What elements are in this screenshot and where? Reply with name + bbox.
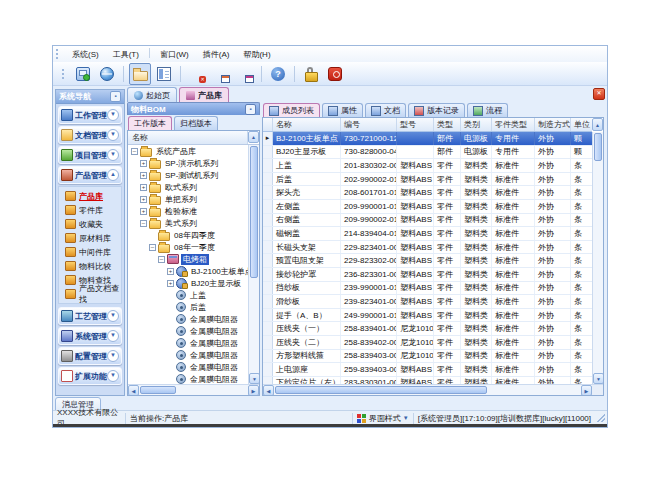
sidebar-item-1[interactable]: 产品库 <box>59 189 121 203</box>
scroll-left-icon[interactable]: ◀ <box>128 385 139 396</box>
expand-icon[interactable]: + <box>140 184 147 191</box>
table-row[interactable]: 后盖202-990002-01E塑料ABS零件塑料类标准件外协条 <box>263 173 592 187</box>
table-row[interactable]: ▸BJ-2100主板单点730-721000-12E部件电源板专用件外协颗 <box>263 132 592 146</box>
scrollbar-thumb[interactable] <box>140 386 176 394</box>
resize-grip[interactable] <box>597 414 605 422</box>
detail-tab-4[interactable]: 版本记录 <box>408 103 465 117</box>
menu-item-3[interactable]: 窗口(W) <box>153 48 196 61</box>
sidebar-section-2[interactable]: 文档管理▼ <box>58 126 122 144</box>
sidebar-section-7[interactable]: 配置管理▼ <box>58 347 122 365</box>
expand-icon[interactable]: + <box>140 172 147 179</box>
sidebar-item-6[interactable]: 物料比较 <box>59 259 121 273</box>
table-row[interactable]: 挡纱板239-990001-01E塑料ABS零件塑料类标准件外协条 <box>263 282 592 296</box>
column-header-unit[interactable]: 单位 <box>571 118 592 131</box>
table-row[interactable]: 压线夹（二）258-839402-00E尼龙1010零件塑料类标准件外协条 <box>263 336 592 350</box>
tree-node-9[interactable]: –08年一季度 <box>128 241 248 253</box>
table-row[interactable]: 上电源座259-839403-00E塑料ABS零件塑料类标准件外协条 <box>263 363 592 377</box>
table-vertical-scrollbar[interactable]: ▼ <box>592 132 603 384</box>
table-row[interactable]: 磁钢盖214-839404-01E塑料ABS零件塑料类标准件外协条 <box>263 227 592 241</box>
chevron-down-icon[interactable]: ▼ <box>107 129 119 141</box>
scroll-up-icon[interactable]: ▲ <box>592 118 603 131</box>
tree-node-18[interactable]: 金属膜电阻器 <box>128 349 248 361</box>
tree-node-11[interactable]: +BJ-2100主板单点 <box>128 265 248 277</box>
bom-tab-1[interactable]: 工作版本 <box>128 116 172 130</box>
scroll-left-icon[interactable]: ◀ <box>263 385 274 396</box>
tree-node-10[interactable]: –电烤箱 <box>128 253 248 265</box>
lock-button[interactable] <box>300 63 322 85</box>
scroll-down-icon[interactable]: ▼ <box>593 373 603 384</box>
sidebar-section-6[interactable]: 系统管理▼ <box>58 327 122 345</box>
collapse-icon[interactable]: – <box>149 244 156 251</box>
bom-vertical-scrollbar[interactable]: ▼ <box>248 145 259 384</box>
toolbar-grip[interactable] <box>62 69 67 79</box>
table-row[interactable]: 上盖201-830302-00E塑料ABS零件塑料类标准件外协条 <box>263 159 592 173</box>
sidebar-collapse-button[interactable]: ▪ <box>110 91 121 102</box>
table-row[interactable]: 方形塑料线箍258-839403-00E尼龙1010零件塑料类标准件外协条 <box>263 350 592 364</box>
expand-icon[interactable]: + <box>140 196 147 203</box>
table-row[interactable]: BJ20主显示板730-828000-04E部件电源板专用件外协颗 <box>263 146 592 160</box>
tree-node-20[interactable]: 金属膜电阻器 <box>128 373 248 384</box>
tree-node-13[interactable]: 上盖 <box>128 289 248 301</box>
chevron-down-icon[interactable]: ▼ <box>107 109 119 121</box>
bom-name-column-header[interactable]: 名称 <box>128 131 248 144</box>
window-close-button[interactable] <box>186 63 208 85</box>
tree-node-17[interactable]: 金属膜电阻器 <box>128 337 248 349</box>
scrollbar-thumb[interactable] <box>250 146 258 278</box>
table-row[interactable]: 下纱定位片（左）283-830301-00E塑料ABS零件塑料类标准件外协条 <box>263 377 592 384</box>
column-header-code[interactable]: 编号 <box>341 118 397 131</box>
bom-collapse-button[interactable]: ▪ <box>245 104 256 115</box>
expand-icon[interactable]: + <box>140 160 147 167</box>
menu-item-1[interactable]: 系统(S) <box>65 48 106 61</box>
detail-tab-5[interactable]: 流程 <box>467 103 508 117</box>
tree-node-3[interactable]: +SP-测试机系列 <box>128 169 248 181</box>
detail-tab-2[interactable]: 属性 <box>322 103 363 117</box>
table-horizontal-scrollbar[interactable]: ◀ ▶ <box>263 384 603 395</box>
collapse-icon[interactable]: – <box>140 220 147 227</box>
tree-node-4[interactable]: +欧式系列 <box>128 181 248 193</box>
tree-node-5[interactable]: +单把系列 <box>128 193 248 205</box>
views-button[interactable] <box>153 63 175 85</box>
document-tab-1[interactable]: 起始页 <box>127 87 177 102</box>
tree-node-12[interactable]: +BJ20主显示板 <box>128 277 248 289</box>
expand-icon[interactable]: + <box>140 208 147 215</box>
scroll-up-icon[interactable]: ▲ <box>248 131 259 143</box>
scroll-right-icon[interactable]: ▶ <box>248 385 259 396</box>
expand-icon[interactable]: + <box>167 280 174 287</box>
sidebar-item-3[interactable]: 收藏夹 <box>59 217 121 231</box>
table-row[interactable]: 提手（A、B）249-990001-01E塑料ABS零件塑料类标准件外协条 <box>263 309 592 323</box>
sidebar-item-5[interactable]: 中间件库 <box>59 245 121 259</box>
table-row[interactable]: 预置电阻支架229-823302-00E塑料ABS零件塑料类标准件外协条 <box>263 254 592 268</box>
detail-tab-1[interactable]: 成员列表 <box>263 103 320 117</box>
collapse-icon[interactable]: – <box>131 148 138 155</box>
tree-node-19[interactable]: 金属膜电阻器 <box>128 361 248 373</box>
column-header-type[interactable]: 类型 <box>434 118 461 131</box>
table-row[interactable]: 压线夹（一）258-839401-00E尼龙1010零件塑料类标准件外协条 <box>263 322 592 336</box>
table-row[interactable]: 左侧盖209-990001-01E塑料ABS零件塑料类标准件外协条 <box>263 200 592 214</box>
monitor-button[interactable] <box>72 63 94 85</box>
tree-node-2[interactable]: +SP-演示机系列 <box>128 157 248 169</box>
expand-icon[interactable]: + <box>167 268 174 275</box>
ui-style-button[interactable]: 界面样式 ▼ <box>353 413 414 424</box>
column-header-name[interactable]: 名称 <box>273 118 341 131</box>
bom-horizontal-scrollbar[interactable]: ◀ ▶ <box>128 384 259 395</box>
window-tile-button[interactable] <box>234 63 256 85</box>
table-row[interactable]: 探头壳208-601701-01E塑料ABS零件塑料类标准件外协条 <box>263 186 592 200</box>
chevron-down-icon[interactable]: ▼ <box>107 370 119 382</box>
collapse-icon[interactable]: – <box>158 256 165 263</box>
sidebar-section-1[interactable]: 工作管理▼ <box>58 106 122 124</box>
open-folder-button[interactable] <box>129 63 151 85</box>
table-row[interactable]: 右侧盖209-990002-01E塑料ABS零件塑料类标准件外协条 <box>263 214 592 228</box>
tree-node-14[interactable]: 后盖 <box>128 301 248 313</box>
column-header-category[interactable]: 类别 <box>461 118 492 131</box>
sidebar-item-4[interactable]: 原材料库 <box>59 231 121 245</box>
close-tab-button[interactable]: ✕ <box>593 88 605 100</box>
bom-tab-2[interactable]: 归档版本 <box>174 116 218 130</box>
chevron-down-icon[interactable]: ▼ <box>107 330 119 342</box>
exit-button[interactable] <box>324 63 346 85</box>
scroll-right-icon[interactable]: ▶ <box>581 385 592 396</box>
column-header-model[interactable]: 型号 <box>397 118 434 131</box>
sidebar-section-3[interactable]: 项目管理▼ <box>58 146 122 164</box>
table-row[interactable]: 长磁头支架229-823401-00E塑料ABS零件塑料类标准件外协条 <box>263 241 592 255</box>
tree-node-16[interactable]: 金属膜电阻器 <box>128 325 248 337</box>
sidebar-section-4[interactable]: 产品管理▲ <box>58 166 122 184</box>
